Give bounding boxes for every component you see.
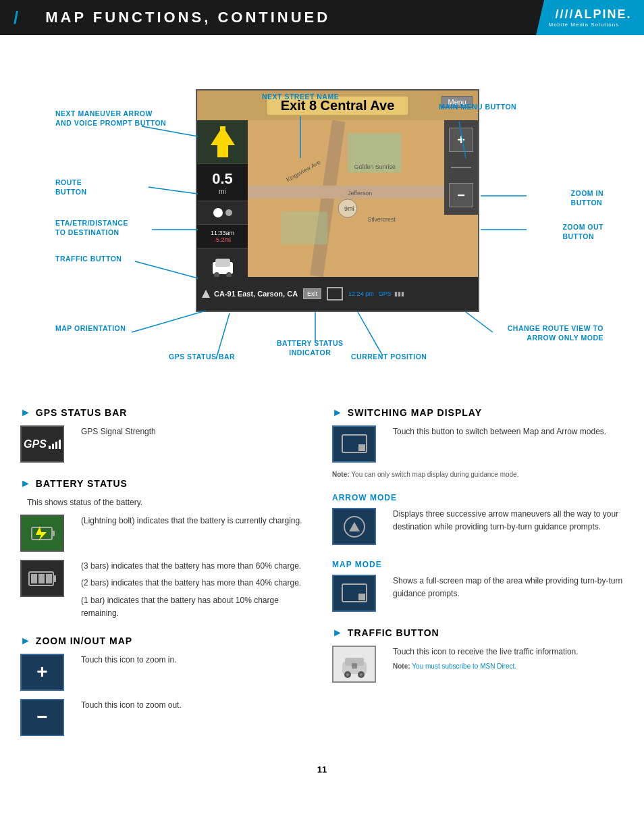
section-arrow-traffic: ►	[332, 627, 344, 639]
svg-rect-38	[46, 574, 52, 583]
battery-desc2: (Lightning bolt) indicates that the batt…	[74, 515, 302, 527]
diagram-area: Exit 8 Central Ave Menu 0.5 mi	[20, 49, 624, 386]
section-arrow-battery: ►	[20, 477, 32, 490]
traffic-icon-box: Touch this icon to receive the live traf…	[332, 646, 624, 683]
svg-line-21	[149, 187, 198, 194]
two-column-layout: ► GPS STATUS BAR GPS GPS Signal Strength	[20, 407, 624, 751]
label-gps-status: GPS STATUS BAR	[169, 353, 235, 362]
battery-desc5: (1 bar) indicates that the battery has a…	[81, 594, 312, 620]
battery-desc4: (2 bars) indicates that the battery has …	[81, 577, 312, 590]
svg-rect-37	[38, 574, 45, 583]
gps-signal-label: GPS Signal Strength	[74, 425, 156, 438]
battery-bars-box: (3 bars) indicates that the battery has …	[20, 560, 312, 620]
svg-rect-32	[52, 531, 55, 536]
label-eta: ETA/ETR/DISTANCETO DESTINATION	[55, 219, 128, 237]
brand-subtitle: Mobile Media Solutions	[548, 22, 631, 28]
section-heading-traffic: ► TRAFFIC BUTTON	[332, 627, 624, 639]
label-zoom-in: ZOOM INBUTTON	[571, 189, 603, 207]
map-mode-desc: Shows a full-screen map of the area whil…	[386, 575, 624, 600]
page-title: MAP FUNCTIONS, CONTINUED	[25, 9, 330, 26]
map-road-area: Kingsview Ave Golden Sunrise Jefferson S…	[248, 120, 444, 277]
battery-section-title: BATTERY STATUS	[36, 478, 128, 489]
section-gps-status: ► GPS STATUS BAR GPS GPS Signal Strength	[20, 407, 312, 463]
section-switching-map: ► SWITCHING MAP DISPLAY Touch this butto…	[332, 407, 624, 478]
svg-text:9mi: 9mi	[344, 205, 354, 212]
map-dist: -5.2mi	[214, 236, 231, 243]
left-column: ► GPS STATUS BAR GPS GPS Signal Strength	[20, 407, 312, 751]
map-icons-row	[197, 201, 248, 225]
zoom-in-desc: Touch this icon to zoom in.	[74, 654, 176, 667]
svg-line-25	[135, 261, 198, 278]
gps-section-title: GPS STATUS BAR	[36, 407, 128, 418]
arrow-circle	[344, 516, 365, 538]
label-route-button: ROUTEBUTTON	[55, 178, 87, 197]
svg-text:Jefferson: Jefferson	[348, 190, 372, 197]
map-time: 11:33am	[211, 230, 234, 236]
gps-icon-text: GPS	[24, 438, 47, 450]
label-next-maneuver: NEXT MANEUVER ARROWAND VOICE PROMPT BUTT…	[55, 109, 166, 128]
mode-icon[interactable]	[327, 287, 343, 301]
section-zoom: ► ZOOM IN/OUT MAP + Touch this icon to z…	[20, 635, 312, 736]
svg-rect-40	[358, 444, 365, 451]
traffic-section-title: TRAFFIC BUTTON	[348, 627, 439, 638]
section-arrow-switching: ►	[332, 407, 344, 419]
zoom-in-map-button[interactable]: +	[449, 128, 473, 152]
gps-bar-3	[55, 442, 57, 449]
svg-point-48	[360, 673, 363, 676]
svg-text:Golden Sunrise: Golden Sunrise	[354, 164, 396, 171]
exit-button[interactable]: Exit	[303, 288, 321, 299]
traffic-note: Note: You must subscribe to MSN Direct.	[393, 661, 579, 672]
svg-rect-1	[220, 126, 225, 140]
traffic-note-text: You must subscribe to MSN Direct.	[412, 662, 516, 670]
right-column: ► SWITCHING MAP DISPLAY Touch this butto…	[332, 407, 624, 751]
arrow-mode-heading: ARROW MODE	[332, 493, 624, 502]
map-arrow-box	[197, 120, 248, 164]
gps-bars	[49, 440, 61, 449]
battery-bars-descs: (3 bars) indicates that the battery has …	[74, 560, 312, 620]
svg-rect-3	[215, 259, 230, 267]
svg-rect-10	[281, 211, 327, 244]
plus-symbol: +	[36, 661, 47, 683]
gps-bar-2	[52, 444, 54, 449]
zoom-out-icon: −	[20, 699, 64, 736]
label-battery-status: BATTERY STATUSINDICATOR	[277, 339, 344, 357]
map-mode-box: Shows a full-screen map of the area whil…	[332, 575, 624, 612]
header-slash: /	[14, 7, 18, 28]
map-container: Exit 8 Central Ave Menu 0.5 mi	[196, 89, 479, 312]
battery-charging-icon	[20, 515, 64, 552]
map-time-box: 11:33am -5.2mi	[197, 225, 248, 249]
svg-line-26	[132, 311, 206, 332]
label-map-orientation: MAP ORIENTATION	[55, 324, 126, 334]
svg-point-47	[346, 673, 349, 676]
label-zoom-out: ZOOM OUTBUTTON	[562, 223, 603, 241]
section-arrow-mode: ARROW MODE Displays three successive arr…	[332, 493, 624, 545]
arrow-up-icon	[349, 522, 360, 531]
map-mode-heading: MAP MODE	[332, 560, 624, 569]
label-current-position: CURRENT POSITION	[351, 353, 427, 362]
section-traffic: ► TRAFFIC BUTTON	[332, 627, 624, 683]
signal-bars: ▮▮▮	[394, 290, 404, 297]
arrow-mode-desc: Displays three successive arrow maneuver…	[386, 508, 624, 533]
svg-rect-35	[53, 575, 56, 582]
battery-desc3: (3 bars) indicates that the battery has …	[81, 560, 312, 573]
page-header: / MAP FUNCTIONS, CONTINUED ////ALPINE. M…	[0, 0, 644, 35]
map-mode-icon	[332, 575, 376, 612]
map-zoom-panel: + −	[444, 120, 478, 215]
arrow-mode-box: Displays three successive arrow maneuver…	[332, 508, 624, 545]
minus-symbol: −	[36, 706, 47, 728]
section-heading-switching: ► SWITCHING MAP DISPLAY	[332, 407, 624, 419]
section-arrow-zoom: ►	[20, 635, 32, 647]
arrow-mode-icon	[332, 508, 376, 545]
distance-number: 0.5	[212, 170, 233, 188]
svg-marker-17	[202, 290, 210, 298]
zoom-out-map-button[interactable]: −	[449, 183, 473, 207]
svg-rect-8	[248, 186, 444, 199]
section-arrow-gps: ►	[20, 407, 32, 419]
svg-text:Silvercrest: Silvercrest	[368, 216, 396, 223]
label-traffic: TRAFFIC BUTTON	[55, 255, 122, 264]
svg-rect-49	[352, 663, 357, 669]
switching-map-note: Note: You can only switch map display du…	[332, 471, 624, 478]
battery-desc1: This shows status of the battery.	[20, 496, 312, 509]
section-heading-gps: ► GPS STATUS BAR	[20, 407, 312, 419]
section-map-mode: MAP MODE Shows a full-screen map of the …	[332, 560, 624, 612]
